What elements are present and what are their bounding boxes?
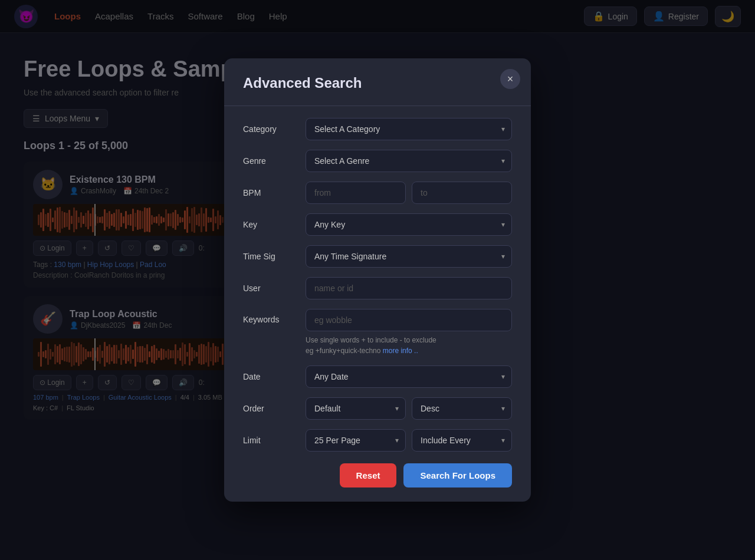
modal-overlay[interactable]: × Advanced Search Category Select A Cate… [0, 0, 755, 560]
key-row: Key Any Key ▾ [243, 213, 512, 236]
limit-select[interactable]: 25 Per Page [306, 429, 406, 452]
user-control [306, 277, 512, 299]
date-select-wrapper: Any Date ▾ [306, 365, 512, 388]
keywords-label: Keywords [243, 309, 296, 324]
order-row: Order Default ▾ Desc ▾ [243, 397, 512, 420]
timesig-row: Time Sig Any Time Signature ▾ [243, 245, 512, 268]
search-for-loops-button[interactable]: Search For Loops [403, 463, 512, 487]
order-select[interactable]: Default [306, 397, 406, 420]
key-label: Key [243, 220, 296, 229]
user-input[interactable] [306, 277, 512, 299]
keywords-control: Use single words + to include - to exclu… [306, 309, 512, 356]
category-row: Category Select A Category ▾ [243, 118, 512, 140]
genre-row: Genre Select A Genre ▾ [243, 150, 512, 172]
limit-row: Limit 25 Per Page ▾ Include Every ▾ [243, 429, 512, 452]
keywords-row: Keywords Use single words + to include -… [243, 309, 512, 356]
bpm-label: BPM [243, 188, 296, 197]
user-label: User [243, 284, 296, 293]
date-select[interactable]: Any Date [306, 365, 512, 388]
bpm-from-input[interactable] [306, 182, 406, 204]
modal-title: Advanced Search [243, 75, 512, 91]
genre-label: Genre [243, 156, 296, 166]
user-row: User [243, 277, 512, 299]
bpm-to-input[interactable] [412, 182, 512, 204]
category-label: Category [243, 124, 296, 134]
date-label: Date [243, 372, 296, 381]
date-control: Any Date ▾ [306, 365, 512, 388]
include-select[interactable]: Include Every [412, 429, 512, 452]
limit-select-wrapper: 25 Per Page ▾ [306, 429, 406, 452]
keywords-input[interactable] [306, 309, 512, 331]
keywords-more-link[interactable]: more info .. [383, 347, 418, 355]
timesig-select-wrapper: Any Time Signature ▾ [306, 245, 512, 268]
reset-button[interactable]: Reset [340, 463, 397, 487]
include-select-wrapper: Include Every ▾ [412, 429, 512, 452]
modal-divider [224, 106, 531, 106]
order-label: Order [243, 404, 296, 413]
key-select[interactable]: Any Key [306, 213, 512, 236]
keywords-hint: Use single words + to include - to exclu… [306, 335, 512, 356]
bpm-inputs [306, 182, 512, 204]
advanced-search-modal: × Advanced Search Category Select A Cate… [224, 58, 531, 502]
timesig-label: Time Sig [243, 252, 296, 261]
bpm-row: BPM [243, 182, 512, 204]
timesig-select[interactable]: Any Time Signature [306, 245, 512, 268]
category-select-wrapper: Select A Category ▾ [306, 118, 512, 140]
key-control: Any Key ▾ [306, 213, 512, 236]
category-control: Select A Category ▾ [306, 118, 512, 140]
modal-footer: Reset Search For Loops [243, 461, 512, 487]
key-select-wrapper: Any Key ▾ [306, 213, 512, 236]
order-dir-select-wrapper: Desc ▾ [412, 397, 512, 420]
genre-select[interactable]: Select A Genre [306, 150, 512, 172]
category-select[interactable]: Select A Category [306, 118, 512, 140]
limit-label: Limit [243, 436, 296, 445]
order-dir-select[interactable]: Desc [412, 397, 512, 420]
genre-select-wrapper: Select A Genre ▾ [306, 150, 512, 172]
order-controls: Default ▾ Desc ▾ [306, 397, 512, 420]
timesig-control: Any Time Signature ▾ [306, 245, 512, 268]
order-select-wrapper: Default ▾ [306, 397, 406, 420]
modal-close-button[interactable]: × [500, 69, 520, 89]
date-row: Date Any Date ▾ [243, 365, 512, 388]
limit-controls: 25 Per Page ▾ Include Every ▾ [306, 429, 512, 452]
genre-control: Select A Genre ▾ [306, 150, 512, 172]
